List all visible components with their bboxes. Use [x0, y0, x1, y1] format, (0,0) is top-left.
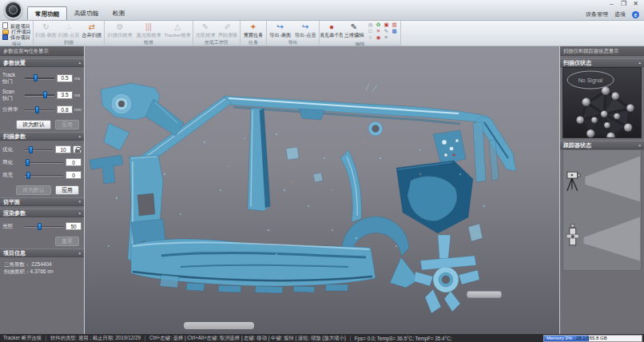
viewport-3d[interactable] [85, 46, 559, 334]
scan-shutter-slider[interactable] [24, 91, 55, 98]
scanner-status-box: No Signal [563, 67, 642, 138]
scan-surface-button[interactable]: ↻扫描-表面 [34, 22, 58, 39]
options-menu[interactable]: 选项 [614, 10, 626, 18]
section-cut-plane[interactable]: 切平面▾ [0, 197, 84, 206]
maximize-button[interactable]: ❐ [618, 0, 630, 9]
save-project-button[interactable]: 保存项目 [2, 34, 30, 40]
ribbon-group-edit: ●填充单个孔 ✎三维编辑 ◎ ♻ ▣ ▥ □ ✕ ✎ ▩ ○ ◉ ≡ 编辑 [320, 21, 401, 46]
open-project-button[interactable]: 打开项目 [2, 29, 30, 34]
section-scanner-status[interactable]: 扫描仪状态▴ [560, 58, 644, 67]
reset-button[interactable]: 重置 [55, 237, 79, 246]
fill-slider[interactable] [24, 172, 64, 179]
reset-task-icon: ✦ [250, 22, 256, 32]
rect-select-tool-icon[interactable]: □ [367, 28, 374, 34]
fill-hole-button[interactable]: ●填充单个孔 [320, 22, 343, 41]
triangle-count: 三角形数： 2254404 [4, 260, 80, 268]
fill-value[interactable] [66, 171, 81, 179]
optimize-slider[interactable] [24, 146, 54, 153]
ellipse-select-tool-icon[interactable]: ○ [367, 34, 374, 41]
start-measure-button[interactable]: ✐开始测量 [217, 22, 239, 39]
collapse-icon: ▴ [638, 141, 641, 149]
memory-value: 28.1/955.8 GB [572, 336, 607, 340]
delete-tool-icon[interactable]: ▥ [391, 22, 398, 28]
app-logo-icon[interactable] [4, 1, 22, 19]
section-project-info[interactable]: 项目信息▴ [0, 249, 84, 257]
scan-shutter-row: Scan快门 ms [0, 89, 84, 101]
mouse-hints: Ctrl+左键: 选择 | Ctrl+Alt+左键: 取消选择 | 左键: 移动… [149, 335, 346, 342]
tab-common-functions[interactable]: 常用功能 [27, 6, 67, 20]
edit-tool-grid: ◎ ♻ ▣ ▥ □ ✕ ✎ ▩ ○ ◉ ≡ [365, 22, 400, 41]
resolution-value[interactable] [57, 105, 73, 113]
group-label-task: 任务 [241, 39, 266, 46]
lighting-row: 光照 [0, 222, 84, 230]
section-param-settings[interactable]: 参数设置▴ [0, 58, 84, 67]
window-controls: – ❐ ✕ [606, 0, 642, 9]
apply-button[interactable]: 应用 [55, 120, 79, 129]
close-button[interactable]: ✕ [630, 0, 642, 9]
ribbon-group-lightpen: ✎光笔校准 ✐开始测量 光笔工作区 [193, 21, 241, 46]
merge-scan-button[interactable]: ⇄合并扫描 [80, 22, 103, 39]
shade-tool-icon[interactable]: ▩ [391, 28, 398, 34]
viewport-overlay-tab[interactable] [467, 291, 502, 298]
edit-tool-icon[interactable]: ✎ [383, 28, 390, 34]
scanner-calibration-icon: ⚙ [117, 22, 124, 32]
status-bar: Tracker 断开连接 软件的类型: 通用 ; 截止日期: 2019/12/2… [0, 334, 644, 342]
lightpen-calibration-button[interactable]: ✎光笔校准 [194, 22, 217, 39]
lighting-slider[interactable] [24, 223, 64, 230]
record-tool-icon[interactable]: ▣ [383, 22, 390, 28]
set-default-button[interactable]: 设为默认 [16, 185, 51, 195]
track-shutter-value[interactable] [57, 74, 73, 82]
tracker-calibration-button[interactable]: △Tracker校准 [163, 22, 192, 39]
right-panel: 扫描仪和跟踪器状态显示 扫描仪状态▴ No Signal [559, 46, 644, 334]
memory-percent: Memory 3% [544, 336, 572, 340]
group-label-calibration: 校准 [105, 39, 193, 46]
tab-advanced-functions[interactable]: 高级功能 [67, 6, 105, 20]
scan-surface-icon: ↻ [42, 22, 49, 32]
application-window: 常用功能 高级功能 检测 – ❐ ✕ 设备管理 选项 e 新建项目 打开项目 保… [0, 0, 644, 342]
laser-calibration-button[interactable]: |||激光线校准 [134, 22, 163, 39]
tracker-device-image [570, 82, 642, 138]
simplify-slider[interactable] [24, 159, 64, 166]
visibility-tool-icon[interactable]: ◎ [367, 22, 374, 28]
point-select-tool-icon[interactable]: ◉ [375, 34, 382, 41]
scan-shutter-value[interactable] [57, 91, 73, 99]
tab-inspection[interactable]: 检测 [105, 6, 132, 20]
lock-icon[interactable] [73, 145, 81, 153]
export-pointcloud-button[interactable]: ↪导出-点云 [293, 22, 319, 39]
section-scan-params[interactable]: 扫描参数▴ [0, 132, 84, 141]
refresh-tool-icon[interactable]: ♻ [375, 22, 382, 28]
collapse-icon: ▴ [638, 58, 641, 67]
simplify-value[interactable] [66, 158, 81, 166]
tracker-calibration-icon: △ [174, 22, 181, 32]
resolution-slider[interactable] [24, 106, 55, 113]
new-project-button[interactable]: 新建项目 [2, 22, 30, 29]
open-folder-icon [2, 30, 9, 34]
track-shutter-slider[interactable] [24, 74, 55, 82]
section-render-params[interactable]: 渲染参数▴ [0, 209, 84, 217]
scan-pointcloud-button[interactable]: ∴扫描-点云 [58, 22, 81, 39]
collapse-icon: ▴ [78, 132, 81, 141]
apply-button[interactable]: 应用 [55, 185, 79, 195]
cancel-select-tool-icon[interactable]: ✕ [375, 28, 382, 34]
collapse-icon: ▴ [78, 249, 81, 257]
resolution-row: 分辨率 mm [0, 105, 84, 113]
lighting-value[interactable] [66, 222, 81, 230]
ribbon-group-project: 新建项目 打开项目 保存项目 项目 [0, 21, 34, 46]
reset-task-button[interactable]: ✦重置任务 [241, 22, 265, 39]
scan-area: 扫描面积：4.3766 m² [4, 268, 80, 275]
minimize-button[interactable]: – [606, 0, 618, 9]
optimize-value[interactable] [55, 145, 71, 153]
edit-3d-button[interactable]: ✎三维编辑 [343, 22, 365, 41]
slider-tool-icon[interactable]: ≡ [383, 34, 390, 41]
right-panel-title: 扫描仪和跟踪器状态显示 [560, 46, 644, 56]
device-management-menu[interactable]: 设备管理 [586, 10, 608, 18]
left-panel-title: 参数设置与任务显示 [0, 46, 84, 56]
section-tracker-status[interactable]: 跟踪器状态▴ [560, 141, 644, 149]
help-icon[interactable]: e [632, 11, 639, 18]
ribbon-group-calibration: ⚙扫描仪校准 |||激光线校准 △Tracker校准 校准 [105, 21, 193, 46]
export-surface-button[interactable]: ↪导出-表面 [268, 22, 293, 39]
viewport-bottom-tab[interactable] [184, 322, 254, 329]
set-default-button[interactable]: 设为默认 [16, 120, 51, 129]
scanner-calibration-button[interactable]: ⚙扫描仪校准 [105, 22, 134, 39]
fill-hole-icon: ● [329, 22, 334, 32]
